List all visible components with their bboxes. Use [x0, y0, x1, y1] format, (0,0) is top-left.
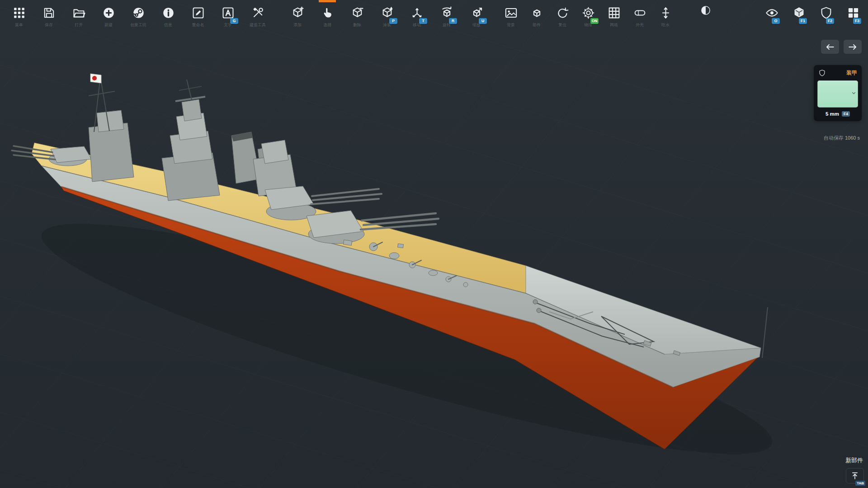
toolbar-button-squares-four[interactable]: F3 [843, 5, 863, 21]
armor-panel-title: 装甲 [846, 69, 857, 77]
toolbar-button-label: 新建 [104, 22, 113, 28]
toolbar-button-cube-outline[interactable]: 部件 [524, 5, 549, 28]
toolbar-button-label: 保存 [45, 22, 53, 28]
ship-aft-tower [89, 74, 134, 182]
toolbar-button-label: 吃水 [661, 22, 670, 28]
view-orientation-gizmo[interactable] [700, 5, 712, 16]
open-folder-icon [71, 5, 87, 21]
toolbar-button-label: 外壳 [636, 22, 644, 28]
toolbar-button-label: 复位 [558, 22, 566, 28]
armor-hotkey-badge: F4 [842, 111, 850, 117]
toolbar-button-eye[interactable]: O [761, 5, 782, 21]
selected-tool-indicator [319, 0, 336, 2]
toolbar-button-label: 添加 [293, 22, 302, 28]
toolbar-button-cube-paint[interactable]: P涂装 [374, 5, 400, 28]
steam-workshop-icon [130, 5, 146, 21]
ship-pagoda-mast [162, 80, 220, 201]
toolbar-button-cube-solid[interactable]: F1 [788, 5, 809, 21]
hotkey-badge: P [389, 18, 397, 24]
cube-remove-icon [349, 5, 365, 21]
toolbar-group-view: 背景部件复位ON物理网格外壳吃水 [498, 5, 678, 28]
toolbar-button-label: 创意工坊 [130, 22, 146, 28]
capsule-icon [632, 5, 648, 21]
chevron-down-icon [850, 90, 857, 99]
toolbar-button-background-image[interactable]: 背景 [498, 5, 524, 28]
battleship-model [12, 74, 786, 488]
arrow-left-icon [825, 42, 835, 52]
new-part-widget: 新部件 TAB [830, 456, 864, 483]
toolbar-button-steam-workshop[interactable]: 创意工坊 [126, 5, 151, 28]
toolbar-button-label: 选择 [323, 22, 331, 28]
history-forward-button[interactable] [844, 40, 862, 54]
toolbar-button-cube-rotate[interactable]: R旋转 [434, 5, 459, 28]
hotkey-badge: T [419, 18, 427, 24]
toolbar-button-hand-tool[interactable]: 选择 [315, 5, 340, 28]
new-part-button[interactable]: TAB [846, 468, 864, 483]
toolbar-button-save[interactable]: 保存 [36, 5, 61, 28]
history-back-button[interactable] [821, 40, 839, 54]
new-part-hotkey-badge: TAB [855, 481, 865, 486]
hotkey-badge: F3 [853, 18, 861, 24]
toolbar-group-right: OF1F2F3 [761, 5, 863, 21]
toolbar-button-label: 建造工具 [250, 22, 266, 28]
toolbar-button-label: 删除 [353, 22, 361, 28]
arrow-up-icon [850, 471, 859, 480]
toolbar-button-build-tools[interactable]: 建造工具 [245, 5, 270, 28]
toolbar-button-label: 重命名 [192, 22, 204, 28]
toolbar-button-settings-gear[interactable]: ON物理 [576, 5, 601, 28]
toolbar-button-reset-rotate[interactable]: 复位 [550, 5, 575, 28]
toolbar-button-draft-marker[interactable]: 吃水 [653, 5, 678, 28]
viewport-canvas[interactable] [0, 0, 868, 488]
toolbar-button-label: 背景 [507, 22, 515, 28]
draft-marker-icon [657, 5, 674, 21]
info-icon [160, 5, 176, 21]
toolbar-button-info[interactable]: 信息 [156, 5, 181, 28]
hotkey-badge: U [479, 18, 487, 24]
hotkey-badge: ON [590, 18, 599, 24]
toolbar-button-label: 网格 [610, 22, 618, 28]
autosave-status: 自动保存 1060 s [824, 135, 860, 141]
toolbar-button-cube-scale[interactable]: U缩放 [464, 5, 489, 28]
hotkey-badge: O [772, 18, 780, 24]
apps-grid-icon [11, 5, 27, 21]
new-file-icon [100, 5, 117, 21]
hotkey-badge: F1 [799, 18, 807, 24]
toolbar-button-text-frame[interactable]: G文字 [215, 5, 241, 28]
toolbar-button-cube-add[interactable]: 添加 [285, 5, 310, 28]
autosave-label: 自动保存 [824, 135, 844, 141]
save-icon [41, 5, 57, 21]
arrow-right-icon [848, 42, 858, 52]
autosave-value: 1060 s [845, 135, 860, 141]
grid-icon [606, 5, 622, 21]
background-image-icon [503, 5, 519, 21]
toolbar-button-label: 信息 [164, 22, 172, 28]
toolbar-button-capsule[interactable]: 外壳 [627, 5, 652, 28]
toolbar-group-edit: 添加选择删除P涂装T移动R旋转U缩放 [285, 5, 489, 28]
hand-tool-icon [319, 5, 335, 21]
cube-add-icon [289, 5, 306, 21]
armor-panel: 装甲 5 mm F4 [814, 65, 862, 121]
build-tools-icon [250, 5, 266, 21]
toolbar-button-open-folder[interactable]: 打开 [66, 5, 91, 28]
toolbar-group-file: 菜单保存打开新建创意工坊信息重命名G文字建造工具 [6, 5, 270, 28]
toolbar-button-label: 部件 [533, 22, 541, 28]
hotkey-badge: G [230, 18, 238, 24]
armor-color-swatch[interactable] [817, 80, 858, 108]
toolbar-button-apps-grid[interactable]: 菜单 [6, 5, 32, 28]
reset-rotate-icon [554, 5, 571, 21]
toolbar-button-rename[interactable]: 重命名 [185, 5, 211, 28]
cube-outline-icon [528, 5, 545, 21]
hotkey-badge: R [449, 18, 457, 24]
toolbar-button-move-axes[interactable]: T移动 [404, 5, 429, 28]
hotkey-badge: F2 [826, 18, 834, 24]
toolbar-button-shield[interactable]: F2 [816, 5, 836, 21]
toolbar-button-label: 菜单 [15, 22, 23, 28]
toolbar-button-label: 打开 [75, 22, 83, 28]
new-part-label: 新部件 [830, 456, 864, 465]
toolbar-button-cube-remove[interactable]: 删除 [344, 5, 370, 28]
toolbar-button-grid[interactable]: 网格 [601, 5, 627, 28]
shield-icon [818, 69, 826, 77]
rename-icon [190, 5, 206, 21]
armor-thickness-value: 5 mm [826, 111, 839, 117]
toolbar-button-new-file[interactable]: 新建 [96, 5, 121, 28]
